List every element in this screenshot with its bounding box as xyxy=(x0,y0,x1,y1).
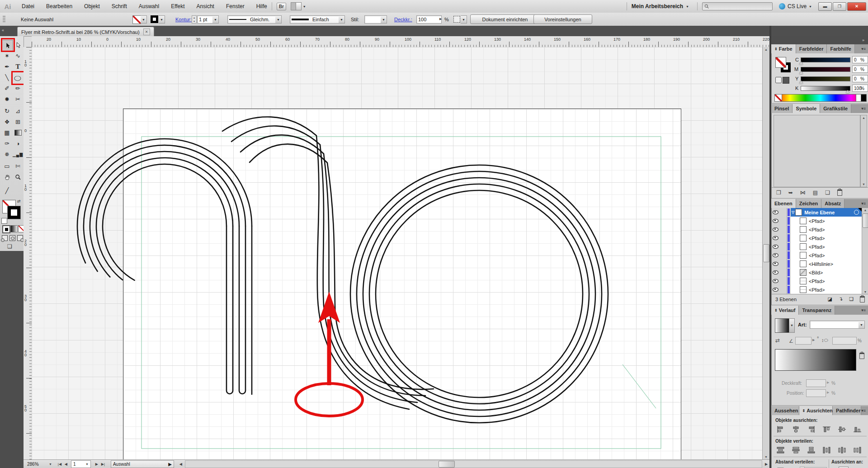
panel-grip[interactable] xyxy=(3,16,5,23)
new-symbol-icon[interactable]: ❏ xyxy=(825,189,830,196)
symbols-list[interactable] xyxy=(774,115,860,187)
gradient-mode-button[interactable] xyxy=(10,225,18,232)
lock-toggle[interactable] xyxy=(779,225,787,234)
menu-objekt[interactable]: Objekt xyxy=(84,3,100,9)
visibility-toggle[interactable] xyxy=(772,225,780,234)
tab-aussehen[interactable]: Aussehen xyxy=(771,406,799,415)
document-tab-close-icon[interactable]: ✕ xyxy=(143,28,150,35)
tab-ausrichten[interactable]: ⇕Ausrichten xyxy=(799,406,833,415)
tab-zeichen[interactable]: Zeichen xyxy=(796,199,822,208)
stop-position-field[interactable] xyxy=(806,389,826,397)
layer-row[interactable]: <Hilfslinie> xyxy=(772,260,862,268)
cs-live-button[interactable]: CS Live ▼ xyxy=(779,3,812,9)
pen-tool[interactable]: ✒ xyxy=(2,61,12,72)
visibility-toggle[interactable] xyxy=(772,217,780,226)
fill-caret-icon[interactable]: ▼ xyxy=(141,15,147,24)
scroll-up-icon[interactable]: ▲ xyxy=(763,48,769,51)
gradient-type-select[interactable] xyxy=(810,321,861,329)
first-page-icon[interactable]: |◀ xyxy=(57,462,63,466)
next-page-icon[interactable]: ▶ xyxy=(94,462,100,466)
toolbar-stroke-swatch[interactable] xyxy=(8,206,20,219)
layer-row[interactable]: <Pfad> xyxy=(772,217,862,225)
style-caret-icon[interactable]: ▼ xyxy=(381,15,387,24)
break-symbol-link-icon[interactable]: ⋈ xyxy=(800,189,806,196)
fill-swatch[interactable] xyxy=(132,15,141,24)
mesh-tool[interactable]: ▦ xyxy=(2,128,12,138)
h-scroll-right-icon[interactable]: ▶ xyxy=(763,462,769,466)
horizontal-scroll-thumb[interactable] xyxy=(439,461,455,468)
tab-farbe[interactable]: ⇕Farbe xyxy=(771,44,796,53)
artboard-tool[interactable]: ▭ xyxy=(2,161,12,171)
color-panel-menu-icon[interactable]: ▾≡ xyxy=(861,44,868,53)
tab-farbhilfe[interactable]: Farbhilfe xyxy=(827,44,854,53)
blend-tool[interactable]: ◑ xyxy=(13,138,23,149)
gradient-thumb-caret-icon[interactable]: ▼ xyxy=(789,318,795,333)
menu-fenster[interactable]: Fenster xyxy=(226,3,245,9)
layer-row[interactable]: <Pfad> xyxy=(772,251,862,260)
scroll-down-icon[interactable]: ▼ xyxy=(763,455,769,459)
distribute-top-button[interactable] xyxy=(774,446,786,454)
prev-page-icon[interactable]: ◀ xyxy=(63,462,69,466)
color-spectrum-bar[interactable] xyxy=(774,94,867,102)
swap-fill-stroke-icon[interactable]: ⇄ xyxy=(17,199,21,203)
lock-toggle[interactable] xyxy=(779,260,787,269)
opacity-field[interactable]: 100 xyxy=(416,15,442,24)
visibility-toggle[interactable] xyxy=(772,242,780,251)
close-button[interactable]: ✕ xyxy=(847,2,866,11)
page-field[interactable]: 1▼ xyxy=(71,460,91,468)
angle-field[interactable] xyxy=(795,337,811,345)
knife-tool[interactable]: ╱ xyxy=(2,185,12,196)
last-page-icon[interactable]: ▶| xyxy=(100,462,106,466)
line-segment-tool[interactable]: ╲ xyxy=(2,72,12,83)
place-symbol-icon[interactable]: ➥ xyxy=(788,189,793,196)
symbol-options-icon[interactable]: ▤ xyxy=(813,189,818,196)
visibility-toggle[interactable] xyxy=(772,268,780,277)
layer-row[interactable]: <Pfad> xyxy=(772,225,862,234)
align-top-button[interactable] xyxy=(821,425,832,434)
angle-spinner-icon[interactable]: ▶ xyxy=(812,338,815,342)
status-tool-field[interactable]: Auswahl▶ xyxy=(111,460,174,468)
lock-toggle[interactable] xyxy=(779,217,787,226)
retro-lettering-paths[interactable] xyxy=(77,117,608,423)
new-layer-icon[interactable]: ❏ xyxy=(849,296,854,302)
paintbrush-tool[interactable]: ✐ xyxy=(2,83,12,94)
delete-layer-icon[interactable] xyxy=(860,296,865,303)
blob-brush-tool[interactable]: ✹ xyxy=(2,94,12,104)
visibility-toggle[interactable] xyxy=(772,260,780,269)
distribute-right-button[interactable] xyxy=(851,446,863,454)
zoom-tool[interactable] xyxy=(13,172,23,182)
ruler-top[interactable]: 2010010203040506070809010011012013014015… xyxy=(32,36,769,47)
color-mode-button[interactable] xyxy=(2,225,10,233)
gradient-type-caret-icon[interactable]: ▼ xyxy=(859,321,865,329)
gradient-ramp[interactable] xyxy=(775,349,856,371)
layers-panel-menu-icon[interactable]: ▾≡ xyxy=(861,199,868,208)
channel-m-thumb[interactable] xyxy=(799,71,803,74)
visibility-toggle[interactable] xyxy=(772,208,780,217)
opacity-link[interactable]: Deckkr.: xyxy=(394,17,412,22)
visibility-toggle[interactable] xyxy=(772,285,780,294)
scale-tool[interactable]: ⊿ xyxy=(13,106,23,116)
h-scroll-left-icon[interactable]: ◀ xyxy=(178,462,184,466)
width-profile-caret-icon[interactable]: ▼ xyxy=(275,15,282,24)
make-clipping-mask-icon[interactable]: ◪ xyxy=(828,296,832,302)
lasso-tool[interactable]: ∿ xyxy=(13,51,23,61)
eyedropper-tool[interactable]: ✑ xyxy=(2,138,12,149)
perspective-grid-tool[interactable]: ⊞ xyxy=(13,117,23,127)
visibility-toggle[interactable] xyxy=(772,234,780,243)
tab-symbole[interactable]: Symbole xyxy=(793,104,820,113)
select-similar-caret-icon[interactable]: ▼ xyxy=(461,15,467,24)
lock-toggle[interactable] xyxy=(779,285,787,294)
stroke-weight-caret-icon[interactable]: ▼ xyxy=(212,15,219,24)
draw-normal-button[interactable] xyxy=(2,235,8,242)
gradient-tool[interactable] xyxy=(13,128,23,138)
delete-gradient-stop-icon[interactable] xyxy=(859,353,864,359)
shape-builder-tool[interactable]: ❖ xyxy=(2,117,12,127)
layer-row[interactable]: ▽Meine Ebene xyxy=(772,208,862,217)
stroke-swatch[interactable] xyxy=(151,15,158,23)
symbol-sprayer-tool[interactable]: ✵ xyxy=(2,149,12,160)
align-hcenter-button[interactable] xyxy=(790,425,802,434)
tab-absatz[interactable]: Absatz xyxy=(821,199,844,208)
stroke-caret-icon[interactable]: ▼ xyxy=(159,15,165,24)
lock-toggle[interactable] xyxy=(779,268,787,277)
workspace-switcher[interactable]: Mein Arbeitsbereich xyxy=(632,3,683,9)
